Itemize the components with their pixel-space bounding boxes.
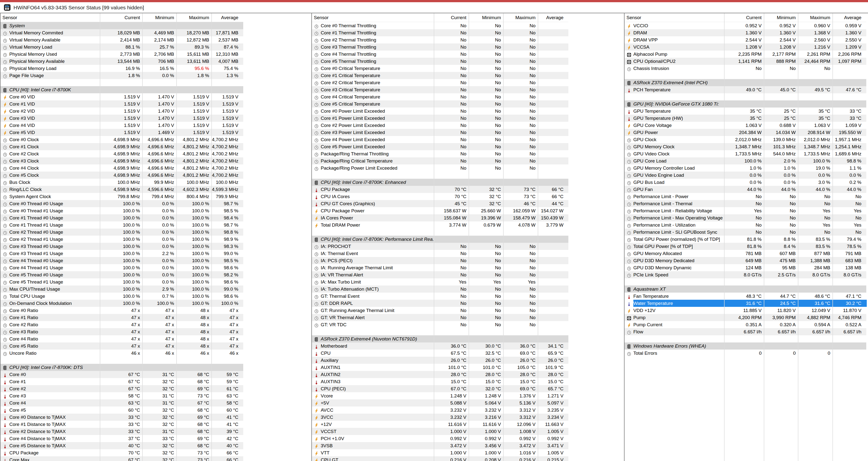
sensor-row[interactable]: Pump Current0.351 A0.320 A0.594 A0.522 A [624,321,866,328]
section-header-row[interactable]: CPU [#0]: Intel Core i7-8700K: Enhanced [312,179,568,186]
sensor-row[interactable]: GT: VR Thermal AlertNoNoNo [312,314,568,321]
sensor-row[interactable]: Core #0 Power Limit ExceededNoNoNo [312,108,568,115]
sensor-row[interactable]: Core #3 Ratio47 x47 x48 x47 x [0,328,243,335]
sensor-row[interactable]: Total CPU Usage100.0 %0.7 %100.0 %98.6 % [0,293,243,300]
sensor-row[interactable]: 3VCC3.232 V3.216 V3.312 V3.234 V [312,414,568,421]
sensor-row[interactable]: Core #0 Clock4,698.9 MHz4,696.6 MHz4,801… [0,136,243,143]
sensor-row[interactable]: Core #4 Clock4,698.9 MHz4,696.6 MHz4,801… [0,165,243,172]
sensor-row[interactable]: VCCSA1.208 V1.208 V1.216 V1.209 V [624,44,866,51]
sensor-row[interactable]: GPU Memory Allocated781 MB607 MB877 MB79… [624,250,866,257]
sensor-row[interactable]: Core #2 VID1.519 V1.470 V1.519 V1.519 V [0,108,243,115]
sensor-row[interactable]: Auxiliary26.0 °C26.0 °C26.0 °C26.0 °C [312,357,568,364]
sensor-row[interactable]: Water Temperature31.6 °C24.5 °C31.6 °C30… [624,300,866,307]
sensor-row[interactable]: Performance Limit - UtilizationNoNoYesYe… [624,222,866,229]
sensor-row[interactable]: Performance Limit - Max Operating Voltag… [624,214,866,222]
sensor-row[interactable]: GT: DDR RAPLNoNoNo [312,300,568,307]
sensor-row[interactable]: DRAM VPP2.544 V2.544 V2.560 V2.550 V [624,36,866,44]
sensor-row[interactable]: Core #5 Critical TemperatureNoNoNo [312,100,568,108]
sensor-row[interactable]: Core #4 Thread #0 Usage100.0 %0.0 %100.0… [0,257,243,264]
sensor-row[interactable]: GPU Memory Clock1,348.7 MHz101.3 MHz1,34… [624,143,866,150]
sensor-row[interactable]: GPU Fan44.0 %44.0 %44.0 %44.0 % [624,186,866,193]
sensor-row[interactable]: Core #1 VID1.519 V1.470 V1.519 V1.519 V [0,100,243,108]
sensor-row[interactable]: Bus Clock100.0 MHz99.9 MHz100.0 MHz100.0… [0,179,243,186]
sensor-row[interactable]: Performance Limit - ThermalNoNoNoNo [624,200,866,207]
column-header-sensor[interactable]: Sensor [0,13,100,22]
sensor-row[interactable]: Performance Limit - SLI GPUBoost SyncNoN… [624,229,866,236]
sensor-row[interactable]: Fan Temperature48.3 °C44.7 °C48.6 °C47.1… [624,293,866,300]
sensor-row[interactable]: GPU D3D Memory Dynamic124 MB95 MB284 MB1… [624,264,866,271]
sensor-row[interactable]: Core #5 Ratio47 x47 x48 x47 x [0,342,243,350]
sensor-row[interactable]: Core #3 Thread #0 Usage100.0 %0.0 %100.0… [0,243,243,250]
sensor-row[interactable]: Core #1 Clock4,698.9 MHz4,696.6 MHz4,801… [0,143,243,150]
sensor-row[interactable]: Core #358 °C31 °C73 °C63 °C [0,392,243,399]
sensor-row[interactable]: Core #4 Thread #1 Usage100.0 %0.0 %100.0… [0,264,243,271]
section-header-row[interactable]: GPU [#0]: NVIDIA GeForce GTX 1080 Ti: [624,100,866,108]
section-header-row[interactable]: ASRock Z370 Extreme4 (Intel PCH) [624,79,866,86]
sensor-row[interactable]: VDD +12V11.885 V11.820 V12.049 V11.870 V [624,307,866,314]
sensor-row[interactable]: Core #0 Critical TemperatureNoNoNo [312,65,568,72]
sensor-row[interactable]: Uncore Ratio46 x46 x46 x46 x [0,350,243,357]
sensor-row[interactable]: Core #2 Ratio47 x47 x48 x47 x [0,321,243,328]
sensor-row[interactable]: CPU GT Cores (Graphics)45 °C32 °C46 °C44… [312,200,568,207]
sensor-row[interactable]: DRAM1.360 V1.360 V1.368 V1.360 V [624,29,866,36]
sensor-row[interactable]: GPU D3D Memory Dedicated649 MB475 MB1,38… [624,257,866,264]
sensor-row[interactable]: GPU Memory Controller Load1.0 %1.0 %19.0… [624,165,866,172]
sensor-row[interactable]: +5V5.088 V5.064 V5.136 V5.097 V [312,399,568,406]
sensor-row[interactable]: GPU Core Voltage1.063 V0.688 V1.063 V1.0… [624,122,866,129]
section-header-row[interactable]: CPU [#0]: Intel Core i7-8700K [0,86,243,93]
section-header-row[interactable]: CPU [#0]: Intel Core i7-8700K: DTS [0,364,243,371]
sensor-row[interactable]: Core #1 Thread #0 Usage100.0 %0.0 %100.0… [0,214,243,222]
section-header-row[interactable]: System [0,22,243,29]
column-header-minimum[interactable]: Minimum [764,13,798,22]
sensor-row[interactable]: GPU Bus Load0.0 %0.0 %3.0 %0.2 % [624,179,866,186]
sensor-row[interactable]: CPU IA Cores70 °C32 °C73 °C66 °C [312,193,568,200]
column-header-minimum[interactable]: Minimum [469,13,503,22]
sensor-row[interactable]: AUXTIN1101.0 °C101.0 °C105.0 °C101.9 °C [312,364,568,371]
sensor-row[interactable]: Core #2 Thread #0 Usage100.0 %0.0 %100.0… [0,229,243,236]
sensor-row[interactable]: IA: VR Thermal AlertNoNoNo [312,271,568,278]
sensor-row[interactable]: Vcore1.248 V1.248 V1.376 V1.271 V [312,392,568,399]
sensor-row[interactable]: Chassis IntrusionNoNoNo [624,65,866,72]
sensor-row[interactable]: GT: Running Average Thermal LimitNoNoNo [312,307,568,314]
sensor-row[interactable]: Core #5 Thread #1 Usage100.0 %0.0 %100.0… [0,278,243,286]
sensor-row[interactable]: AUXTIN315.0 °C15.0 °C15.0 °C15.0 °C [312,378,568,385]
sensor-row[interactable]: Core #2 Critical TemperatureNoNoNo [312,79,568,86]
sensor-row[interactable]: AVCC3.232 V3.232 V3.312 V3.235 V [312,406,568,414]
sensor-row[interactable]: Core Max67 °C32 °C73 °C66 °C [0,456,243,461]
column-header-sensor[interactable]: Sensor [624,13,724,22]
sensor-row[interactable]: Core #2 Clock4,698.9 MHz4,696.6 MHz4,801… [0,150,243,157]
sensor-row[interactable]: IA: PROCHOTNoNoNo [312,243,568,250]
sensor-row[interactable]: PCIe Link Speed8.0 GT/s2.5 GT/s8.0 GT/s8… [624,271,866,278]
sensor-row[interactable]: Package/Ring Power Limit ExceededNoNoNo [312,165,568,172]
sensor-row[interactable]: CPU Package70 °C32 °C73 °C66 °C [0,449,243,456]
sensor-row[interactable]: Core #067 °C31 °C68 °C59 °C [0,371,243,378]
column-header-maximum[interactable]: Maximum [503,13,538,22]
sensor-row[interactable]: Core #0 VID1.519 V1.470 V1.519 V1.519 V [0,93,243,100]
sensor-row[interactable]: Total Errors000 [624,350,866,357]
sensor-row[interactable]: Core #1 Thread #1 Usage100.0 %0.0 %100.0… [0,222,243,229]
sensor-row[interactable]: GT: Thermal EventNoNoNo [312,293,568,300]
sensor-row[interactable]: Virtual Memory Commited18,029 MB4,469 MB… [0,29,243,36]
column-header-sensor[interactable]: Sensor [312,13,434,22]
sensor-row[interactable]: Core #5 Thermal ThrottlingNoNoNo [312,58,568,65]
sensor-row[interactable]: Physical Memory Used2,773 MB2,706 MB15,6… [0,51,243,58]
column-header-current[interactable]: Current [434,13,469,22]
column-header-average[interactable]: Average [833,13,867,22]
sensor-row[interactable]: Core #4 Critical TemperatureNoNoNo [312,93,568,100]
sensor-row[interactable]: Motherboard36.0 °C30.0 °C36.0 °C34.1 °C [312,342,568,350]
column-header-average[interactable]: Average [538,13,569,22]
sensor-row[interactable]: Physical Memory Load16.9 %16.5 %95.6 %75… [0,65,243,72]
column-header-maximum[interactable]: Maximum [798,13,833,22]
sensor-row[interactable]: Performance Limit - PowerNoNoNoNo [624,193,866,200]
sensor-row[interactable]: On-Demand Clock Modulation100.0 %100.0 %… [0,300,243,307]
sensor-row[interactable]: CPU67.5 °C32.5 °C69.0 °C65.9 °C [312,350,568,357]
sensor-row[interactable]: Virtual Memory Available2,414 MB2,174 MB… [0,36,243,44]
sensor-row[interactable]: Core #560 °C32 °C68 °C60 °C [0,406,243,414]
sensor-row[interactable]: Core #1 Critical TemperatureNoNoNo [312,72,568,79]
sensor-row[interactable]: Virtual Memory Load88.1 %25.7 %89.3 %87.… [0,44,243,51]
sensor-row[interactable]: Core #4 Ratio47 x47 x48 x47 x [0,335,243,342]
sensor-row[interactable]: Core #5 VID1.519 V1.469 V1.519 V1.519 V [0,129,243,136]
sensor-row[interactable]: Page File Usage1.8 %0.0 %1.8 %1.3 % [0,72,243,79]
sensor-row[interactable]: GPU Video Clock1,733.5 MHz544.0 MHz1,733… [624,150,866,157]
sensor-row[interactable]: Core #0 Distance to TjMAX33 °C32 °C69 °C… [0,414,243,421]
